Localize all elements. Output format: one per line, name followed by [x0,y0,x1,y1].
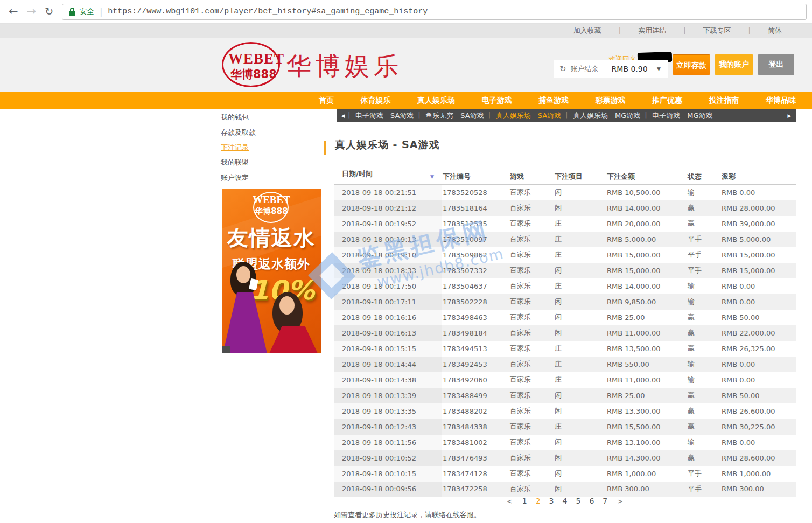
col-header-status[interactable]: 状态 [687,169,720,185]
pagination-next[interactable]: > [617,497,623,505]
cell-bet-item: 庄 [554,372,606,388]
address-bar[interactable]: 安全 | https://www.wbg1101.com/player/bet_… [62,4,807,20]
pagination-page[interactable]: 1 [522,497,527,505]
cell-datetime: 2018-09-18 00:17:11 [334,294,442,310]
webet-logo[interactable]: WEBET 华博888 [221,41,284,89]
sidebar-item[interactable]: 我的联盟 [221,155,321,170]
cell-amount: RMB 25.00 [606,310,687,325]
cell-amount: RMB 13,300.00 [606,403,687,419]
col-header-game[interactable]: 游戏 [509,169,554,185]
nav-item[interactable]: 华博品味 [766,96,796,106]
my-account-button[interactable]: 我的账户 [715,54,753,75]
cell-payout: RMB 28,600.00 [720,450,796,466]
nav-item[interactable]: 推广优惠 [652,96,682,106]
cell-amount: RMB 1,000.00 [606,466,687,482]
pagination-page[interactable]: 5 [576,497,580,505]
sort-desc-icon[interactable]: ▼ [430,169,434,184]
table-row: 2018-09-18 00:11:56 1783481002 百家乐 闲 RMB… [334,435,796,450]
cell-amount: RMB 13,500.00 [606,341,687,357]
nav-item[interactable]: 捕鱼游戏 [538,96,569,106]
nav-item[interactable]: 真人娱乐场 [417,96,455,106]
cell-payout: RMB 0.00 [720,372,796,388]
cell-bet-no: 1783481002 [442,435,509,450]
sidebar-item[interactable]: 账户设定 [221,170,321,185]
browser-refresh-icon[interactable]: ↻ [45,6,53,17]
nav-item[interactable]: 电子游戏 [482,96,512,106]
cell-bet-no: 1783498463 [442,310,509,325]
nav-item[interactable]: 投注指南 [709,96,739,106]
nav-item[interactable]: 体育娱乐 [361,96,391,106]
sidebar-item[interactable]: 存款及取款 [221,125,321,140]
screen: ← → ↻ 安全 | https://www.wbg1101.com/playe… [0,0,812,523]
refresh-balance-icon[interactable]: ↻ [559,64,566,74]
logo-subtext: 华博888 [230,67,277,82]
col-header-payout[interactable]: 派彩 [720,169,796,185]
col-header-bet-item[interactable]: 下注项目 [554,169,606,185]
brand-name[interactable]: 华博娱乐 [286,50,403,83]
table-row: 2018-09-18 00:17:50 1783504637 百家乐 庄 RMB… [334,278,796,294]
chevron-down-icon[interactable]: ▼ [657,66,661,72]
cell-datetime: 2018-09-18 00:16:13 [334,325,442,341]
cell-game: 百家乐 [509,310,554,325]
cell-datetime: 2018-09-18 00:14:44 [334,357,442,372]
cell-payout: RMB 0.00 [720,278,796,294]
secure-lock-icon [69,8,75,16]
game-tab[interactable]: 真人娱乐场 - MG游戏 [573,111,640,121]
cell-bet-item: 庄 [554,247,606,263]
balance-dropdown[interactable]: ↻ 账户结余 RMB 0.90 ▼ [554,60,668,78]
cell-bet-no: 1783507332 [442,263,509,278]
tabs-scroll-right-icon[interactable]: ▶ [783,113,796,118]
col-header-datetime[interactable]: 日期/时间 ▼ [334,169,442,185]
promo-banner[interactable]: WEBET 华博888 友情返水 联盟返水额外 10% [222,189,321,353]
col-header-amount[interactable]: 下注金额 [606,169,687,185]
sidebar-item[interactable]: 我的钱包 [221,110,321,125]
banner-logo: WEBET 华博888 [222,189,321,216]
cell-game: 百家乐 [509,357,554,372]
game-tab[interactable]: 真人娱乐场 - SA游戏 [496,111,561,121]
balance-label: 账户结余 [571,64,599,74]
cell-payout: RMB 15,000.00 [720,263,796,278]
browser-toolbar: ← → ↻ 安全 | https://www.wbg1101.com/playe… [0,0,812,24]
logout-button[interactable]: 登出 [758,54,794,75]
game-tab[interactable]: 鱼乐无穷 - SA游戏 [425,111,484,121]
secure-label[interactable]: 安全 [79,7,94,17]
deposit-button[interactable]: 立即存款 [673,54,710,75]
cell-status: 平手 [687,482,720,497]
sidebar-item[interactable]: 下注记录 [221,140,321,155]
nav-item[interactable]: 彩票游戏 [596,96,626,106]
pagination-prev[interactable]: < [507,497,513,505]
game-tab[interactable]: 电子游戏 - MG游戏 [652,111,712,121]
game-tab[interactable]: 电子游戏 - SA游戏 [355,111,414,121]
cell-amount: RMB 11,000.00 [606,325,687,341]
cell-game: 百家乐 [509,482,554,497]
cell-amount: RMB 20,000.00 [606,216,687,232]
cell-payout: RMB 15,000.00 [720,247,796,263]
cell-bet-no: 1783512535 [442,216,509,232]
url-text[interactable]: https://www.wbg1101.com/player/bet_histo… [108,7,428,16]
top-link[interactable]: 简体 [768,26,782,36]
cell-payout: RMB 0.00 [720,294,796,310]
col-header-bet-no[interactable]: 下注编号 [442,169,509,185]
browser-back-icon[interactable]: ← [9,6,18,17]
nav-item[interactable]: 首页 [319,96,334,106]
pagination-page[interactable]: 2 [536,497,541,505]
cell-status: 赢 [687,310,720,325]
top-link[interactable]: 加入收藏 [573,26,621,36]
cell-game: 百家乐 [509,232,554,247]
cell-amount: RMB 15,500.00 [606,419,687,435]
pagination-page[interactable]: 4 [563,497,568,505]
cell-status: 赢 [687,325,720,341]
top-link[interactable]: 下载专区 [703,26,751,36]
cell-bet-no: 1783520528 [442,185,509,200]
game-tabs-bar: ◀ 电子游戏 - SA游戏鱼乐无穷 - SA游戏真人娱乐场 - SA游戏真人娱乐… [337,109,796,122]
pagination-page[interactable]: 6 [589,497,594,505]
cell-game: 百家乐 [509,388,554,403]
pagination-page[interactable]: 7 [603,497,607,505]
pagination-page[interactable]: 3 [549,497,554,505]
cell-payout: RMB 50.00 [720,310,796,325]
cell-amount: RMB 15,000.00 [606,247,687,263]
table-row: 2018-09-18 00:19:52 1783512535 百家乐 庄 RMB… [334,216,796,232]
cell-bet-item: 闲 [554,466,606,482]
cell-game: 百家乐 [509,216,554,232]
top-link[interactable]: 实用连结 [638,26,685,36]
